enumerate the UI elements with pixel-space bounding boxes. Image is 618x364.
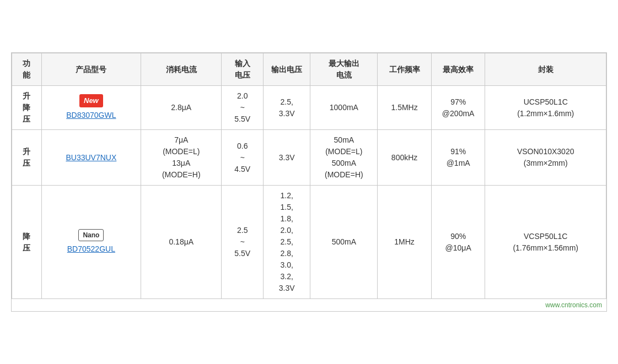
- cell-current: 2.8μA: [141, 86, 222, 130]
- cell-model: NewBD83070GWL: [41, 86, 141, 130]
- cell-maxcurrent: 1000mA: [310, 86, 378, 130]
- cell-model: NanoBD70522GUL: [41, 186, 141, 299]
- cell-model: BU33UV7NUX: [41, 130, 141, 186]
- header-vout: 输出电压: [264, 53, 310, 86]
- watermark: www.cntronics.com: [12, 299, 606, 311]
- cell-freq: 800kHz: [378, 130, 432, 186]
- header-vin: 输入 电压: [222, 53, 264, 86]
- header-row: 功 能 产品型号 消耗电流 输入 电压 输出电压 最大输出 电流 工作频率 最高…: [12, 53, 606, 86]
- main-table-wrapper: 功 能 产品型号 消耗电流 输入 电压 输出电压 最大输出 电流 工作频率 最高…: [11, 52, 607, 312]
- model-link[interactable]: BU33UV7NUX: [45, 152, 137, 164]
- table-row: 升 降 压NewBD83070GWL2.8μA2.0 ~ 5.5V2.5, 3.…: [12, 86, 606, 130]
- cell-pkg: VSON010X3020 (3mm×2mm): [485, 130, 606, 186]
- cell-vout: 3.3V: [264, 130, 310, 186]
- cell-vin: 2.5 ~ 5.5V: [222, 186, 264, 299]
- header-func: 功 能: [12, 53, 42, 86]
- cell-eff: 97% @200mA: [431, 86, 485, 130]
- cell-maxcurrent: 500mA: [310, 186, 378, 299]
- cell-vout: 2.5, 3.3V: [264, 86, 310, 130]
- cell-pkg: VCSP50L1C (1.76mm×1.56mm): [485, 186, 606, 299]
- cell-vin: 2.0 ~ 5.5V: [222, 86, 264, 130]
- badge-nano: Nano: [78, 229, 104, 241]
- table-row: 升 压BU33UV7NUX7μA (MODE=L) 13μA (MODE=H)0…: [12, 130, 606, 186]
- cell-eff: 91% @1mA: [431, 130, 485, 186]
- cell-pkg: UCSP50L1C (1.2mm×1.6mm): [485, 86, 606, 130]
- header-model: 产品型号: [41, 53, 141, 86]
- cell-func: 升 降 压: [12, 86, 42, 130]
- header-freq: 工作频率: [378, 53, 432, 86]
- cell-freq: 1.5MHz: [378, 86, 432, 130]
- cell-current: 0.18μA: [141, 186, 222, 299]
- header-eff: 最高效率: [431, 53, 485, 86]
- cell-freq: 1MHz: [378, 186, 432, 299]
- header-current: 消耗电流: [141, 53, 222, 86]
- table-row: 降 压NanoBD70522GUL0.18μA2.5 ~ 5.5V1.2, 1.…: [12, 186, 606, 299]
- badge-new: New: [79, 94, 103, 107]
- cell-vout: 1.2, 1.5, 1.8, 2.0, 2.5, 2.8, 3.0, 3.2, …: [264, 186, 310, 299]
- cell-maxcurrent: 50mA (MODE=L) 500mA (MODE=H): [310, 130, 378, 186]
- cell-vin: 0.6 ~ 4.5V: [222, 130, 264, 186]
- cell-func: 降 压: [12, 186, 42, 299]
- model-link[interactable]: BD83070GWL: [45, 110, 137, 121]
- model-link[interactable]: BD70522GUL: [45, 243, 137, 255]
- product-table: 功 能 产品型号 消耗电流 输入 电压 输出电压 最大输出 电流 工作频率 最高…: [12, 53, 606, 299]
- cell-current: 7μA (MODE=L) 13μA (MODE=H): [141, 130, 222, 186]
- cell-eff: 90% @10μA: [431, 186, 485, 299]
- header-maxcurrent: 最大输出 电流: [310, 53, 378, 86]
- header-pkg: 封装: [485, 53, 606, 86]
- cell-func: 升 压: [12, 130, 42, 186]
